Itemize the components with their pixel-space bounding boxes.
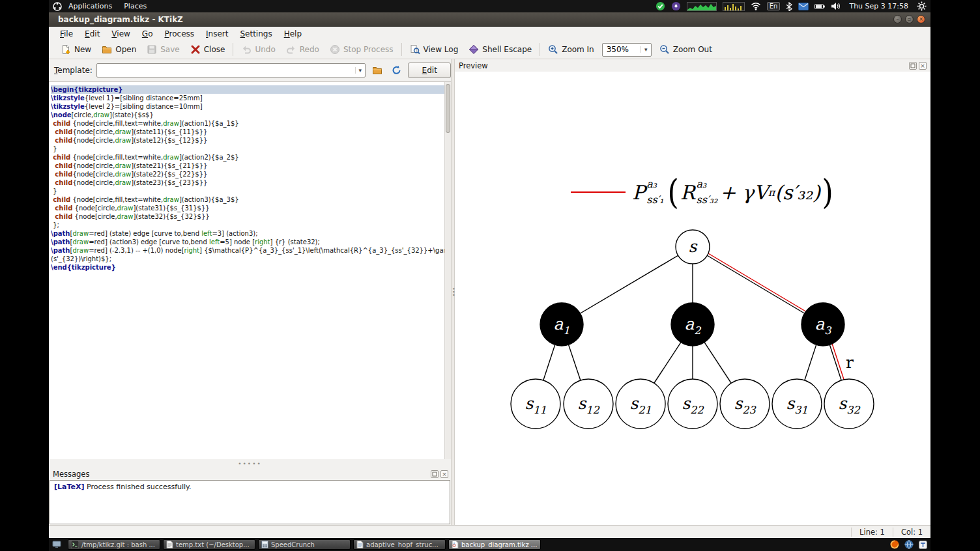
- code-line[interactable]: \end{tikzpicture}: [51, 263, 451, 272]
- code-line[interactable]: \begin{tikzpicture}: [51, 85, 451, 94]
- minimize-button[interactable]: –: [893, 15, 902, 23]
- power-gear-icon[interactable]: [917, 1, 927, 11]
- code-line[interactable]: (s'_{32})\right)$};: [51, 255, 451, 263]
- code-line[interactable]: child{node[circle,draw](state23){$s_{23}…: [51, 178, 451, 187]
- template-bar: Template: ▾ Edit: [49, 59, 451, 81]
- undock-panel-icon[interactable]: [431, 470, 439, 478]
- code-line[interactable]: }: [51, 145, 451, 153]
- window-titlebar[interactable]: backup_diagram.tikz - KTikZ – ▫ ×: [49, 12, 930, 27]
- clock[interactable]: Thu Sep 3 17:58: [849, 2, 908, 10]
- chevron-down-icon[interactable]: ▾: [641, 46, 651, 53]
- code-line[interactable]: \path[draw=red] (state) edge [curve to,b…: [51, 229, 451, 238]
- preview-canvas[interactable]: sa1a2a3s11s12s21s22s23s31s32r P a₃ss′₁ (…: [455, 72, 930, 525]
- code-line[interactable]: child{node[circle,draw](state21){$s_{21}…: [51, 162, 451, 170]
- code-line[interactable]: child{node[circle,draw](state11){$s_{11}…: [51, 128, 451, 136]
- chevron-down-icon[interactable]: ▾: [355, 67, 365, 74]
- redo-icon: [286, 44, 296, 55]
- distro-logo-icon[interactable]: [53, 2, 62, 11]
- formula-R-superscript: a₃: [697, 179, 707, 190]
- close-panel-icon[interactable]: ×: [919, 62, 927, 70]
- editor-scrollbar-thumb[interactable]: [446, 84, 450, 133]
- open-template-button[interactable]: [369, 63, 385, 78]
- code-line[interactable]: \path[draw=red] (-2.3,1) -- +(1,0) node[…: [51, 246, 451, 255]
- new-button[interactable]: New: [55, 42, 96, 57]
- open-folder-icon: [102, 44, 112, 55]
- view-log-button[interactable]: View Log: [405, 42, 464, 57]
- edit-template-button[interactable]: Edit: [408, 63, 451, 78]
- menu-go[interactable]: Go: [136, 28, 159, 40]
- tree-edge: [693, 247, 823, 324]
- code-line[interactable]: \node[circle,draw](state){$s$}: [51, 111, 451, 119]
- taskbar-item[interactable]: /tmp/ktikz.git : bash ...: [68, 539, 160, 550]
- stop-process-button[interactable]: Stop Process: [324, 42, 399, 57]
- messages-panel-header: Messages ×: [49, 468, 451, 480]
- battery-icon[interactable]: [814, 3, 825, 10]
- close-button[interactable]: ×: [917, 15, 925, 23]
- taskbar-item[interactable]: adaptive_hopf_struc...: [353, 539, 446, 550]
- status-line: Line: 1: [851, 528, 893, 537]
- undock-panel-icon[interactable]: [909, 62, 917, 70]
- taskbar-items: /tmp/ktikz.git : bash ...temp.txt (~/Des…: [68, 539, 541, 550]
- menu-edit[interactable]: Edit: [79, 28, 106, 40]
- maximize-button[interactable]: ▫: [905, 15, 914, 23]
- applications-menu[interactable]: Applications: [63, 2, 117, 10]
- zoom-level-combobox[interactable]: 350%▾: [602, 43, 652, 57]
- taskbar: /tmp/ktikz.git : bash ...temp.txt (~/Des…: [49, 538, 930, 551]
- places-menu[interactable]: Places: [119, 2, 152, 10]
- zoom-out-button[interactable]: Zoom Out: [654, 42, 717, 57]
- code-line[interactable]: child {node[circle,draw](state32){$s_{32…: [51, 212, 451, 221]
- save-button[interactable]: Save: [141, 42, 184, 57]
- tex-icon[interactable]: [919, 541, 927, 549]
- bluetooth-icon[interactable]: [786, 2, 792, 11]
- globe-icon[interactable]: [904, 540, 914, 549]
- window-controls: – ▫ ×: [893, 15, 925, 23]
- zoom-in-button[interactable]: Zoom In: [543, 42, 599, 57]
- wifi-icon[interactable]: [751, 2, 761, 10]
- volume-icon[interactable]: [831, 2, 841, 10]
- editor-scrollbar[interactable]: [444, 82, 451, 459]
- close-panel-icon[interactable]: ×: [440, 470, 448, 478]
- keyboard-layout-indicator[interactable]: En: [767, 2, 781, 10]
- code-line[interactable]: \tikzstyle{level 1}=[sibling distance=25…: [51, 94, 451, 102]
- editor-pane: Template: ▾ Edit \begin{tikzpicture}\tik…: [49, 59, 451, 525]
- code-line[interactable]: child {node[circle,fill,text=white,draw]…: [51, 119, 451, 128]
- status-check-icon[interactable]: [656, 1, 665, 11]
- menu-process[interactable]: Process: [158, 28, 200, 40]
- show-desktop-icon[interactable]: [52, 541, 61, 548]
- user-presence-icon[interactable]: [671, 1, 681, 11]
- reload-template-button[interactable]: [389, 63, 405, 78]
- open-button[interactable]: Open: [96, 42, 141, 57]
- code-line[interactable]: child {node[circle,fill,text=white,draw]…: [51, 153, 451, 162]
- taskbar-item[interactable]: temp.txt (~/Desktop...: [163, 539, 255, 550]
- toolbar-separator: [401, 43, 402, 56]
- code-line[interactable]: \tikzstyle{level 2}=[sibling distance=10…: [51, 102, 451, 111]
- code-line[interactable]: \path[draw=red] (action3) edge [curve to…: [51, 238, 451, 246]
- toolbar-separator: [540, 43, 540, 56]
- menu-help[interactable]: Help: [278, 28, 308, 40]
- code-line[interactable]: child {node[circle,fill,text=white,draw]…: [51, 195, 451, 204]
- menu-insert[interactable]: Insert: [200, 28, 234, 40]
- system-monitor-net-icon[interactable]: [723, 2, 745, 11]
- menu-file[interactable]: File: [54, 28, 79, 40]
- taskbar-item[interactable]: backup_diagram.tikz ...: [448, 539, 541, 550]
- redo-button[interactable]: Redo: [281, 42, 324, 57]
- menu-settings[interactable]: Settings: [234, 28, 278, 40]
- code-line[interactable]: };: [51, 221, 451, 229]
- mail-icon[interactable]: [798, 3, 809, 10]
- code-line[interactable]: child {node[circle,draw](state31){$s_{31…: [51, 204, 451, 212]
- code-line[interactable]: }: [51, 187, 451, 195]
- code-line[interactable]: child{node[circle,draw](state12){$s_{12}…: [51, 136, 451, 145]
- log-source-tag: [LaTeX]: [54, 483, 84, 491]
- undo-button[interactable]: Undo: [236, 42, 280, 57]
- menu-view[interactable]: View: [106, 28, 136, 40]
- shell-escape-button[interactable]: Shell Escape: [463, 42, 537, 57]
- code-editor[interactable]: \begin{tikzpicture}\tikzstyle{level 1}=[…: [49, 81, 451, 459]
- code-line[interactable]: child{node[circle,draw](state22){$s_{22}…: [51, 170, 451, 178]
- system-monitor-cpu-icon[interactable]: [687, 2, 717, 11]
- firefox-icon[interactable]: [890, 540, 899, 549]
- close-button[interactable]: Close: [185, 42, 231, 57]
- template-combobox[interactable]: ▾: [96, 63, 366, 78]
- taskbar-item[interactable]: SpeedCrunch: [258, 539, 351, 550]
- zoom-out-button-label: Zoom Out: [673, 45, 712, 54]
- editor-messages-splitter[interactable]: •••••: [49, 459, 451, 468]
